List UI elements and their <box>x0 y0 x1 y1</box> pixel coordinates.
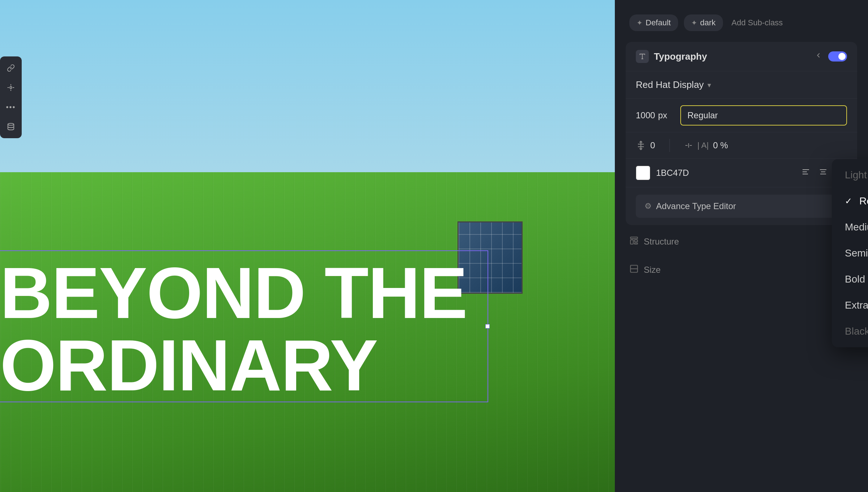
right-panel: ✦ Default ✦ dark Add Sub-class Typogr <box>615 0 868 492</box>
line-height-item: 0 <box>636 140 655 150</box>
default-tag-icon: ✦ <box>637 18 643 27</box>
font-size-value: 1000 <box>636 110 655 120</box>
weight-option-semibold-label: Semi Bold <box>845 247 868 259</box>
panel-header-left: Typography <box>636 50 707 63</box>
spacing-row: 0 | A| 0 % <box>626 132 857 159</box>
dark-tag-label: dark <box>700 18 716 27</box>
align-center-button[interactable] <box>817 165 830 181</box>
typography-icon <box>636 50 649 63</box>
building-window <box>458 221 523 294</box>
weight-option-light[interactable]: Light <box>832 162 868 188</box>
add-subclass-button[interactable]: Add Sub-class <box>729 15 786 30</box>
back-button[interactable] <box>814 51 822 62</box>
structure-section-header: Structure <box>615 225 868 253</box>
panel-header: Typography <box>626 42 857 71</box>
advance-btn-icon: ⚙ <box>644 202 652 211</box>
svg-rect-19 <box>634 240 638 242</box>
sky-background <box>0 0 615 187</box>
size-weight-row: 1000 px Regular <box>626 99 857 132</box>
weight-option-extrabold[interactable]: Extra Bold <box>832 292 868 318</box>
typography-panel-title: Typography <box>654 51 707 62</box>
weight-option-regular-label: Regular <box>859 195 868 207</box>
letter-spacing-item: | A| 0 % <box>684 140 728 150</box>
size-icon <box>629 264 639 276</box>
ai-tool-button[interactable] <box>2 79 20 96</box>
window-grid <box>459 222 522 293</box>
more-tool-button[interactable]: ••• <box>2 98 20 116</box>
color-hex-value: 1BC47D <box>656 168 689 178</box>
line-height-value: 0 <box>650 140 655 150</box>
font-weight-selector[interactable]: Regular <box>680 105 847 126</box>
text-color-swatch[interactable] <box>636 166 650 180</box>
advance-btn-label: Advance Type Editor <box>656 201 736 211</box>
hero-text-line1: BEYOND THE <box>0 257 467 329</box>
weight-option-regular[interactable]: ✓ Regular <box>832 188 868 214</box>
weight-option-medium[interactable]: Medium <box>832 214 868 240</box>
color-align-row: 1BC47D <box>626 159 857 187</box>
font-weight-value: Regular <box>688 110 718 120</box>
font-family-name: Red Hat Display <box>636 79 704 90</box>
database-tool-button[interactable] <box>2 118 20 135</box>
letter-spacing-label: | A| <box>697 141 709 150</box>
link-tool-button[interactable] <box>2 59 20 77</box>
default-tag-label: Default <box>646 18 671 27</box>
weight-option-light-label: Light <box>845 169 867 181</box>
dark-tag-icon: ✦ <box>691 18 697 27</box>
add-subclass-label: Add Sub-class <box>732 18 783 27</box>
font-family-row: Red Hat Display ▾ <box>626 71 857 99</box>
weight-option-black-label: Black <box>845 326 868 337</box>
font-size-input[interactable]: 1000 px <box>636 110 667 120</box>
size-section-header: Size <box>615 253 868 281</box>
svg-point-1 <box>8 123 14 126</box>
dark-subclass-tag[interactable]: ✦ dark <box>684 14 723 31</box>
font-family-chevron: ▾ <box>707 81 711 89</box>
weight-option-medium-label: Medium <box>845 221 868 233</box>
hero-text-line2: ORDINARY <box>0 329 467 402</box>
canvas-area: BEYOND THE ORDINARY ••• <box>0 0 615 492</box>
svg-rect-18 <box>630 240 633 244</box>
weight-option-bold-label: Bold <box>845 273 865 285</box>
hero-text-block: BEYOND THE ORDINARY <box>0 257 467 402</box>
check-icon: ✓ <box>845 196 852 206</box>
weight-option-extrabold-label: Extra Bold <box>845 300 868 311</box>
font-size-unit: px <box>658 110 667 120</box>
default-subclass-tag[interactable]: ✦ Default <box>629 14 678 31</box>
align-left-button[interactable] <box>799 165 812 181</box>
font-weight-dropdown: Light ✓ Regular Medium Semi Bold Bold Ex… <box>832 159 868 347</box>
panel-header-right <box>814 51 847 62</box>
svg-point-0 <box>10 86 12 89</box>
size-label: Size <box>644 265 661 275</box>
letter-spacing-value: 0 % <box>713 140 728 150</box>
canvas-toolbar: ••• <box>0 56 22 138</box>
spacing-divider <box>669 139 670 152</box>
svg-rect-17 <box>630 237 638 238</box>
typography-toggle[interactable] <box>828 51 847 62</box>
weight-option-semibold[interactable]: Semi Bold <box>832 240 868 266</box>
weight-option-bold[interactable]: Bold <box>832 266 868 292</box>
structure-label: Structure <box>644 237 679 247</box>
structure-icon <box>629 236 639 247</box>
typography-panel: Typography Red Hat Display ▾ 1000 <box>626 42 857 225</box>
weight-option-black[interactable]: Black <box>832 318 868 344</box>
svg-rect-20 <box>634 243 638 244</box>
subclass-bar: ✦ Default ✦ dark Add Sub-class <box>615 0 868 42</box>
font-family-selector[interactable]: Red Hat Display ▾ <box>636 79 711 90</box>
advance-type-editor-button[interactable]: ⚙ Advance Type Editor <box>636 195 847 218</box>
